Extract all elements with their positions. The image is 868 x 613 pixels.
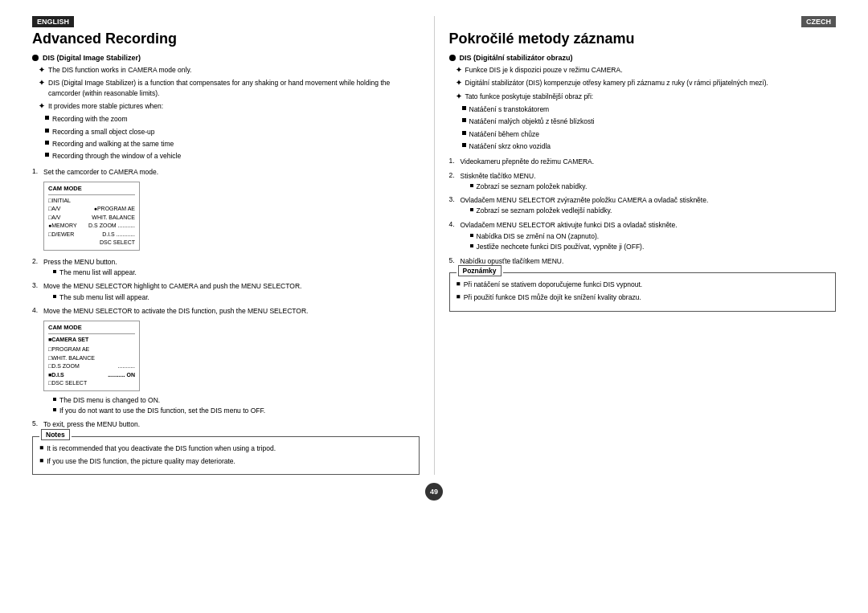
dis-header-right: DIS (Digitální stabilizátor obrazu) xyxy=(449,54,837,62)
step-2-right: 2. Stiskněte tlačítko MENU. Zobrazí se s… xyxy=(449,171,837,192)
page-number-container: 49 xyxy=(32,483,836,501)
note-2-right: ■ Při použití funkce DIS může dojít ke s… xyxy=(457,292,829,304)
step-4-left: 4. Move the MENU SELECTOR to activate th… xyxy=(32,306,420,415)
step-4-right: 4. Ovladačem MENU SELECTOR aktivujte fun… xyxy=(449,220,837,252)
english-badge: ENGLISH xyxy=(32,16,420,31)
dis-title-right: DIS (Digitální stabilizátor obrazu) xyxy=(460,54,573,62)
cam-mode-box-2: CAM MODE ■CAMERA SET □PROGRAM AE □WHIT. … xyxy=(43,321,140,391)
dis-item-2: ✦ DIS (Digital Image Stabilizer) is a fu… xyxy=(32,78,420,100)
cz-dis-item-1: ✦ Funkce DIS je k dispozici pouze v reži… xyxy=(449,65,837,76)
cz-sub-item-3: Natáčení během chůze xyxy=(449,129,837,141)
step-2-left: 2. Press the MENU button. The menu list … xyxy=(32,257,420,278)
sub-item-4: Recording through the window of a vehicl… xyxy=(32,151,420,162)
dis-header-left: DIS (Digital Image Stabilizer) xyxy=(32,54,420,62)
sub-item-1: Recording with the zoom xyxy=(32,114,420,125)
dis-title-left: DIS (Digital Image Stabilizer) xyxy=(43,54,141,62)
note-1-right: ■ Při natáčení se stativem doporučujeme … xyxy=(457,280,829,291)
czech-title: Pokročilé metody záznamu xyxy=(449,31,837,47)
dis-item-3: ✦ It provides more stable pictures when: xyxy=(32,101,420,112)
step-1-right: 1. Videokameru přepněte do režimu CAMERA… xyxy=(449,157,837,166)
notes-box-left: Notes ■ It is recommended that you deact… xyxy=(32,436,420,476)
english-title: Advanced Recording xyxy=(32,31,420,47)
page-container: ENGLISH Advanced Recording DIS (Digital … xyxy=(32,16,836,501)
notes-label-right: Poznámky xyxy=(458,265,502,276)
sub-item-3: Recording and walking at the same time xyxy=(32,139,420,150)
note-2-left: ■ If you use the DIS function, the pictu… xyxy=(39,456,412,468)
english-column: ENGLISH Advanced Recording DIS (Digital … xyxy=(32,16,435,475)
dis-bullet-right xyxy=(449,55,456,61)
step-3-right: 3. Ovladačem MENU SELECTOR zvýrazněte po… xyxy=(449,195,837,216)
czech-column: CZECH Pokročilé metody záznamu DIS (Digi… xyxy=(435,16,837,475)
sub-item-2: Recording a small object close-up xyxy=(32,127,420,138)
cz-dis-item-3: ✦ Tato funkce poskytuje stabilnější obra… xyxy=(449,92,837,103)
cam-mode-box-1: CAM MODE □INITIAL □A/V●PROGRAM AE □A/VWH… xyxy=(43,182,140,251)
dis-item-1: ✦ The DIS function works in CAMERA mode … xyxy=(32,65,420,76)
two-column-layout: ENGLISH Advanced Recording DIS (Digital … xyxy=(32,16,836,475)
cz-dis-item-2: ✦ Digitální stabilizátor (DIS) kompenzuj… xyxy=(449,78,837,89)
note-1-left: ■ It is recommended that you deactivate … xyxy=(39,443,412,455)
dis-bullet-left xyxy=(32,55,39,61)
english-label: ENGLISH xyxy=(32,16,74,27)
step-5-left: 5. To exit, press the MENU button. xyxy=(32,419,420,429)
czech-label: CZECH xyxy=(801,16,836,27)
notes-box-right: Poznámky ■ Při natáčení se stativem dopo… xyxy=(449,272,837,312)
czech-badge-container: CZECH xyxy=(449,16,837,31)
step-3-left: 3. Move the MENU SELECTOR highlight to C… xyxy=(32,281,420,302)
step-5-right: 5. Nabídku opusťte tlačítkem MENU. xyxy=(449,256,837,266)
cz-sub-item-2: Natáčení malých objektů z těsné blízkost… xyxy=(449,116,837,128)
notes-label-left: Notes xyxy=(41,429,70,440)
page-number: 49 xyxy=(425,483,443,501)
step-1-left: 1. Set the camcorder to CAMERA mode. CAM… xyxy=(32,167,420,253)
cz-sub-item-1: Natáčení s transtokátorem xyxy=(449,104,837,116)
cz-sub-item-4: Natáčení skrz okno vozidla xyxy=(449,141,837,153)
